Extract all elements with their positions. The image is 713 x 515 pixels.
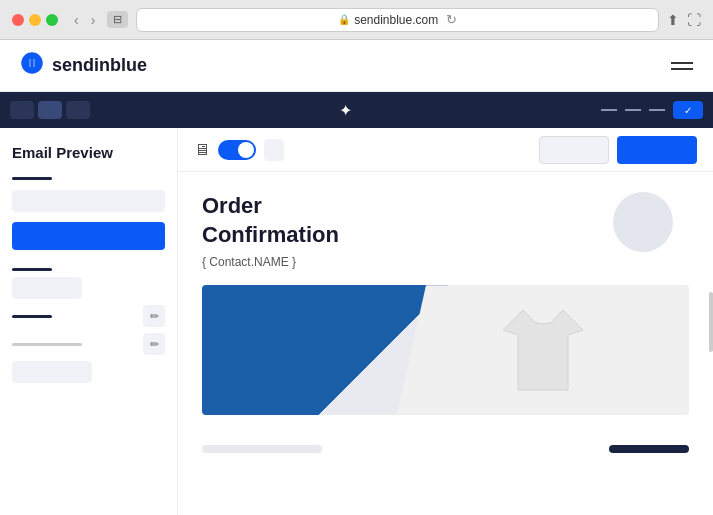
sidebar-row-2: ✏ — [12, 333, 165, 355]
inner-tab-2[interactable] — [38, 101, 62, 119]
shirt-mockup — [397, 285, 689, 415]
traffic-lights — [12, 14, 58, 26]
browser-chrome: ‹ › ⊟ 🔒 sendinblue.com ↻ ⬆ ⛶ — [0, 0, 713, 40]
sidebar-edit-icon-1[interactable]: ✏ — [143, 305, 165, 327]
sidebar-sub-input — [12, 277, 82, 299]
inner-window: ✦ ✓ Email Preview ✏ — [0, 92, 713, 515]
forward-button[interactable]: › — [87, 10, 100, 30]
inner-dash-3-icon — [649, 109, 665, 111]
email-content: Order Confirmation { Contact.NAME } — [178, 172, 713, 435]
sidebar-primary-button[interactable] — [12, 222, 165, 250]
bottom-area — [178, 435, 713, 463]
preview-input-mock[interactable] — [264, 139, 284, 161]
inner-minimize-icon — [601, 109, 617, 111]
inner-tab-1[interactable] — [10, 101, 34, 119]
preview-toggle[interactable] — [218, 140, 256, 160]
hamburger-line-2 — [671, 68, 693, 70]
sidebar-section: ✏ ✏ — [12, 268, 165, 383]
browser-actions: ⬆ ⛶ — [667, 12, 701, 28]
main-content: Email Preview ✏ ✏ — [0, 128, 713, 515]
preview-toolbar: 🖥 — [178, 128, 713, 172]
inner-confirm-button[interactable]: ✓ — [673, 101, 703, 119]
share-button[interactable]: ⬆ — [667, 12, 679, 28]
traffic-light-yellow[interactable] — [29, 14, 41, 26]
email-variable: { Contact.NAME } — [202, 255, 689, 269]
address-bar[interactable]: 🔒 sendinblue.com ↻ — [136, 8, 659, 32]
window-view-button[interactable]: ⊟ — [107, 11, 128, 28]
inner-tab-3[interactable] — [66, 101, 90, 119]
sidebar-row-bar-2 — [12, 343, 82, 346]
email-logo-placeholder — [613, 192, 673, 252]
url-text: sendinblue.com — [354, 13, 438, 27]
sidebar: Email Preview ✏ ✏ — [0, 128, 178, 515]
traffic-light-green[interactable] — [46, 14, 58, 26]
sidebar-section-bar-1 — [12, 268, 52, 271]
email-product-image — [202, 285, 689, 415]
inner-logo-icon: ✦ — [339, 101, 352, 120]
hamburger-line-1 — [671, 62, 693, 64]
inner-browser-bar: ✦ ✓ — [0, 92, 713, 128]
preview-area: 🖥 Order Confirmation { Contact.NAME } — [178, 128, 713, 515]
app-header: sendinblue — [0, 40, 713, 92]
bottom-bar-light — [202, 445, 322, 453]
sidebar-edit-icon-2[interactable]: ✏ — [143, 333, 165, 355]
preview-toolbar-left: 🖥 — [194, 139, 284, 161]
logo-text: sendinblue — [52, 55, 147, 76]
preview-toolbar-right — [539, 136, 697, 164]
email-title-line1: Order — [202, 193, 262, 218]
bottom-bar-dark — [609, 445, 689, 453]
traffic-light-red[interactable] — [12, 14, 24, 26]
desktop-device-icon[interactable]: 🖥 — [194, 141, 210, 159]
email-title-line2: Confirmation — [202, 222, 339, 247]
nav-buttons: ‹ › — [70, 10, 99, 30]
sidebar-input-mock[interactable] — [12, 190, 165, 212]
inner-dash-2-icon — [625, 109, 641, 111]
preview-primary-button[interactable] — [617, 136, 697, 164]
email-preview-title: Email Preview — [12, 144, 165, 161]
sidebar-row-bar-1 — [12, 315, 52, 318]
logo-area: sendinblue — [20, 51, 147, 80]
fullscreen-button[interactable]: ⛶ — [687, 12, 701, 28]
sidebar-row-1: ✏ — [12, 305, 165, 327]
sidebar-accent-bar — [12, 177, 52, 180]
sendinblue-logo-icon — [20, 51, 44, 80]
scrollbar[interactable] — [709, 292, 713, 352]
inner-browser-tabs — [10, 101, 90, 119]
lock-icon: 🔒 — [338, 14, 350, 25]
sidebar-sub-input-2 — [12, 361, 92, 383]
inner-controls: ✓ — [601, 101, 703, 119]
preview-outline-button[interactable] — [539, 136, 609, 164]
menu-button[interactable] — [671, 62, 693, 70]
reload-icon[interactable]: ↻ — [446, 12, 457, 27]
back-button[interactable]: ‹ — [70, 10, 83, 30]
